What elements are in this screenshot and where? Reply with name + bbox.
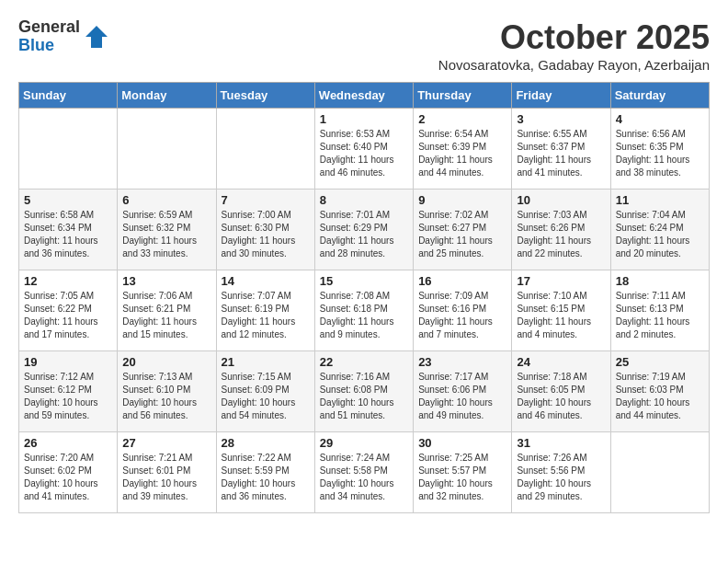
day-number: 12	[24, 274, 112, 288]
day-number: 3	[517, 112, 605, 126]
day-number: 9	[418, 193, 506, 207]
logo-general-text: General	[18, 18, 80, 37]
day-number: 7	[222, 193, 310, 207]
calendar-cell: 16Sunrise: 7:09 AM Sunset: 6:16 PM Dayli…	[414, 270, 512, 351]
day-info: Sunrise: 7:10 AM Sunset: 6:15 PM Dayligh…	[517, 290, 605, 341]
day-info: Sunrise: 7:22 AM Sunset: 5:59 PM Dayligh…	[222, 452, 310, 503]
calendar-cell: 7Sunrise: 7:00 AM Sunset: 6:30 PM Daylig…	[216, 190, 314, 270]
month-title: October 2025	[438, 18, 710, 57]
day-info: Sunrise: 7:15 AM Sunset: 6:09 PM Dayligh…	[222, 371, 310, 422]
day-number: 15	[320, 274, 408, 288]
calendar-cell: 29Sunrise: 7:24 AM Sunset: 5:58 PM Dayli…	[314, 432, 413, 513]
day-number: 14	[222, 274, 310, 288]
day-info: Sunrise: 7:00 AM Sunset: 6:30 PM Dayligh…	[222, 209, 310, 260]
calendar-cell: 3Sunrise: 6:55 AM Sunset: 6:37 PM Daylig…	[512, 109, 610, 190]
page: General Blue October 2025 Novosaratovka,…	[0, 0, 728, 532]
day-info: Sunrise: 7:06 AM Sunset: 6:21 PM Dayligh…	[122, 290, 210, 341]
day-number: 20	[122, 355, 210, 369]
day-info: Sunrise: 6:59 AM Sunset: 6:32 PM Dayligh…	[122, 209, 210, 260]
title-area: October 2025 Novosaratovka, Gadabay Rayo…	[438, 18, 710, 73]
day-info: Sunrise: 7:03 AM Sunset: 6:26 PM Dayligh…	[517, 209, 605, 260]
calendar-cell	[216, 109, 314, 190]
calendar: Sunday Monday Tuesday Wednesday Thursday…	[18, 82, 710, 513]
day-number: 29	[320, 436, 408, 450]
calendar-cell: 26Sunrise: 7:20 AM Sunset: 6:02 PM Dayli…	[19, 432, 118, 513]
calendar-cell: 17Sunrise: 7:10 AM Sunset: 6:15 PM Dayli…	[512, 270, 610, 351]
day-number: 16	[418, 274, 506, 288]
day-info: Sunrise: 6:55 AM Sunset: 6:37 PM Dayligh…	[517, 128, 605, 179]
day-info: Sunrise: 7:09 AM Sunset: 6:16 PM Dayligh…	[418, 290, 506, 341]
calendar-cell	[118, 109, 216, 190]
svg-marker-0	[85, 26, 108, 48]
day-number: 28	[222, 436, 310, 450]
week-row-3: 12Sunrise: 7:05 AM Sunset: 6:22 PM Dayli…	[19, 270, 710, 351]
day-number: 31	[517, 436, 605, 450]
calendar-cell: 2Sunrise: 6:54 AM Sunset: 6:39 PM Daylig…	[414, 109, 512, 190]
week-row-2: 5Sunrise: 6:58 AM Sunset: 6:34 PM Daylig…	[19, 190, 710, 270]
day-number: 18	[616, 274, 704, 288]
day-info: Sunrise: 7:07 AM Sunset: 6:19 PM Dayligh…	[222, 290, 310, 341]
day-info: Sunrise: 7:04 AM Sunset: 6:24 PM Dayligh…	[616, 209, 704, 260]
calendar-cell: 8Sunrise: 7:01 AM Sunset: 6:29 PM Daylig…	[314, 190, 413, 270]
day-number: 25	[616, 355, 704, 369]
day-number: 2	[418, 112, 506, 126]
day-number: 8	[320, 193, 408, 207]
calendar-cell: 6Sunrise: 6:59 AM Sunset: 6:32 PM Daylig…	[118, 190, 216, 270]
day-number: 6	[122, 193, 210, 207]
calendar-cell: 13Sunrise: 7:06 AM Sunset: 6:21 PM Dayli…	[118, 270, 216, 351]
day-info: Sunrise: 6:56 AM Sunset: 6:35 PM Dayligh…	[616, 128, 704, 179]
weekday-header-row: Sunday Monday Tuesday Wednesday Thursday…	[19, 83, 710, 109]
col-tuesday: Tuesday	[216, 83, 314, 109]
calendar-cell: 1Sunrise: 6:53 AM Sunset: 6:40 PM Daylig…	[314, 109, 413, 190]
day-number: 5	[24, 193, 112, 207]
calendar-cell: 11Sunrise: 7:04 AM Sunset: 6:24 PM Dayli…	[610, 190, 709, 270]
calendar-cell: 12Sunrise: 7:05 AM Sunset: 6:22 PM Dayli…	[19, 270, 118, 351]
location: Novosaratovka, Gadabay Rayon, Azerbaijan	[438, 57, 710, 73]
calendar-cell: 25Sunrise: 7:19 AM Sunset: 6:03 PM Dayli…	[610, 351, 709, 432]
col-thursday: Thursday	[414, 83, 512, 109]
day-info: Sunrise: 7:02 AM Sunset: 6:27 PM Dayligh…	[418, 209, 506, 260]
calendar-cell: 19Sunrise: 7:12 AM Sunset: 6:12 PM Dayli…	[19, 351, 118, 432]
day-info: Sunrise: 7:25 AM Sunset: 5:57 PM Dayligh…	[418, 452, 506, 503]
day-number: 17	[517, 274, 605, 288]
day-number: 22	[320, 355, 408, 369]
calendar-cell: 4Sunrise: 6:56 AM Sunset: 6:35 PM Daylig…	[610, 109, 709, 190]
logo: General Blue	[18, 18, 109, 55]
day-number: 4	[616, 112, 704, 126]
calendar-cell: 31Sunrise: 7:26 AM Sunset: 5:56 PM Dayli…	[512, 432, 610, 513]
day-info: Sunrise: 7:01 AM Sunset: 6:29 PM Dayligh…	[320, 209, 408, 260]
week-row-1: 1Sunrise: 6:53 AM Sunset: 6:40 PM Daylig…	[19, 109, 710, 190]
day-number: 21	[222, 355, 310, 369]
calendar-cell: 24Sunrise: 7:18 AM Sunset: 6:05 PM Dayli…	[512, 351, 610, 432]
col-wednesday: Wednesday	[314, 83, 413, 109]
day-info: Sunrise: 6:54 AM Sunset: 6:39 PM Dayligh…	[418, 128, 506, 179]
logo-blue-text: Blue	[18, 37, 80, 55]
calendar-cell: 22Sunrise: 7:16 AM Sunset: 6:08 PM Dayli…	[314, 351, 413, 432]
day-info: Sunrise: 7:13 AM Sunset: 6:10 PM Dayligh…	[122, 371, 210, 422]
calendar-cell: 10Sunrise: 7:03 AM Sunset: 6:26 PM Dayli…	[512, 190, 610, 270]
calendar-cell: 14Sunrise: 7:07 AM Sunset: 6:19 PM Dayli…	[216, 270, 314, 351]
calendar-cell: 20Sunrise: 7:13 AM Sunset: 6:10 PM Dayli…	[118, 351, 216, 432]
calendar-cell: 30Sunrise: 7:25 AM Sunset: 5:57 PM Dayli…	[414, 432, 512, 513]
day-info: Sunrise: 6:58 AM Sunset: 6:34 PM Dayligh…	[24, 209, 112, 260]
day-number: 19	[24, 355, 112, 369]
col-monday: Monday	[118, 83, 216, 109]
col-friday: Friday	[512, 83, 610, 109]
day-info: Sunrise: 7:21 AM Sunset: 6:01 PM Dayligh…	[122, 452, 210, 503]
calendar-cell: 27Sunrise: 7:21 AM Sunset: 6:01 PM Dayli…	[118, 432, 216, 513]
week-row-5: 26Sunrise: 7:20 AM Sunset: 6:02 PM Dayli…	[19, 432, 710, 513]
header: General Blue October 2025 Novosaratovka,…	[18, 18, 710, 73]
day-number: 26	[24, 436, 112, 450]
calendar-cell: 23Sunrise: 7:17 AM Sunset: 6:06 PM Dayli…	[414, 351, 512, 432]
day-info: Sunrise: 7:08 AM Sunset: 6:18 PM Dayligh…	[320, 290, 408, 341]
day-info: Sunrise: 6:53 AM Sunset: 6:40 PM Dayligh…	[320, 128, 408, 179]
col-saturday: Saturday	[610, 83, 709, 109]
day-info: Sunrise: 7:16 AM Sunset: 6:08 PM Dayligh…	[320, 371, 408, 422]
day-number: 27	[122, 436, 210, 450]
day-info: Sunrise: 7:12 AM Sunset: 6:12 PM Dayligh…	[24, 371, 112, 422]
day-info: Sunrise: 7:24 AM Sunset: 5:58 PM Dayligh…	[320, 452, 408, 503]
day-number: 11	[616, 193, 704, 207]
day-info: Sunrise: 7:20 AM Sunset: 6:02 PM Dayligh…	[24, 452, 112, 503]
logo-icon	[84, 24, 109, 50]
calendar-cell: 5Sunrise: 6:58 AM Sunset: 6:34 PM Daylig…	[19, 190, 118, 270]
